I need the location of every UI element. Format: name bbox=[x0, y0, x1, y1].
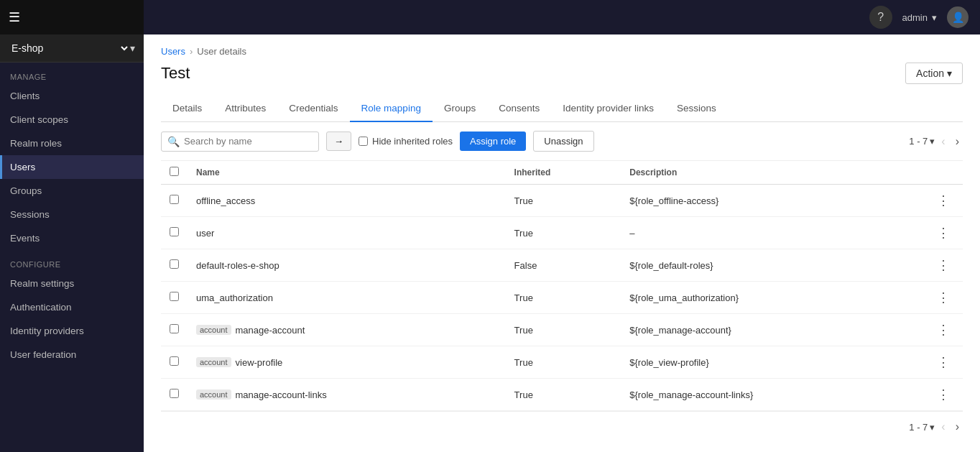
table-row: default-roles-e-shop False ${role_defaul… bbox=[161, 249, 963, 282]
sidebar-item-label: Groups bbox=[10, 185, 42, 196]
breadcrumb-current: User details bbox=[197, 46, 246, 57]
sidebar-item-label: Client scopes bbox=[10, 114, 68, 125]
row-checkbox[interactable] bbox=[170, 227, 179, 236]
page-header: Test Action ▾ bbox=[161, 63, 963, 84]
search-input[interactable] bbox=[184, 136, 313, 147]
sidebar-item-sessions[interactable]: Sessions bbox=[0, 203, 144, 226]
tab-attributes[interactable]: Attributes bbox=[213, 96, 277, 122]
bottom-page-range-label: 1 - 7 bbox=[909, 422, 928, 433]
row-checkbox-cell bbox=[161, 379, 188, 411]
sidebar-item-label: Authentication bbox=[10, 302, 72, 313]
table-row: uma_authorization True ${role_uma_author… bbox=[161, 282, 963, 314]
row-checkbox[interactable] bbox=[170, 292, 179, 301]
main-content: ? admin ▾ 👤 Users › User details Test Ac… bbox=[144, 0, 980, 452]
sidebar-item-clients[interactable]: Clients bbox=[0, 84, 144, 108]
bottom-page-range-selector[interactable]: 1 - 7 ▾ bbox=[909, 422, 935, 433]
row-name-cell: user bbox=[188, 217, 506, 249]
row-checkbox[interactable] bbox=[170, 389, 179, 398]
row-kebab-menu-button[interactable]: ⋮ bbox=[933, 191, 954, 210]
row-kebab-menu-button[interactable]: ⋮ bbox=[933, 256, 954, 275]
search-submit-button[interactable]: → bbox=[326, 132, 351, 151]
sidebar-item-users[interactable]: Users bbox=[0, 155, 144, 179]
row-kebab-menu-button[interactable]: ⋮ bbox=[933, 385, 954, 404]
sidebar-item-identity-providers[interactable]: Identity providers bbox=[0, 319, 144, 343]
tab-identity-provider-links[interactable]: Identity provider links bbox=[551, 96, 665, 122]
role-name: user bbox=[196, 228, 214, 239]
tab-consents[interactable]: Consents bbox=[487, 96, 551, 122]
sidebar-item-events[interactable]: Events bbox=[0, 226, 144, 250]
avatar[interactable]: 👤 bbox=[947, 6, 969, 28]
row-inherited-cell: True bbox=[506, 185, 621, 217]
help-icon[interactable]: ? bbox=[869, 6, 892, 29]
action-caret-icon: ▾ bbox=[947, 68, 952, 79]
hide-inherited-checkbox[interactable] bbox=[359, 137, 368, 146]
row-checkbox[interactable] bbox=[170, 259, 179, 269]
row-kebab-menu-button[interactable]: ⋮ bbox=[933, 223, 954, 242]
sidebar-item-label: Realm settings bbox=[10, 278, 74, 289]
tab-role-mapping[interactable]: Role mapping bbox=[350, 96, 433, 122]
action-button[interactable]: Action ▾ bbox=[905, 63, 963, 84]
row-action-cell: ⋮ bbox=[924, 282, 963, 314]
page-prev-button[interactable]: ‹ bbox=[938, 134, 948, 149]
row-inherited-cell: True bbox=[506, 379, 621, 411]
row-checkbox-cell bbox=[161, 282, 188, 314]
row-checkbox[interactable] bbox=[170, 324, 179, 333]
row-action-cell: ⋮ bbox=[924, 217, 963, 249]
sidebar-item-realm-settings[interactable]: Realm settings bbox=[0, 272, 144, 295]
select-all-checkbox[interactable] bbox=[170, 167, 179, 176]
unassign-button[interactable]: Unassign bbox=[533, 131, 593, 152]
row-inherited-cell: True bbox=[506, 217, 621, 249]
top-pagination: 1 - 7 ▾ ‹ › bbox=[909, 134, 963, 149]
bottom-page-prev-button[interactable]: ‹ bbox=[938, 419, 948, 435]
row-description-cell: ${role_manage-account} bbox=[621, 314, 924, 346]
page-next-button[interactable]: › bbox=[952, 134, 963, 149]
search-field-wrap: 🔍 bbox=[161, 132, 319, 152]
hide-inherited-wrap: Hide inherited roles bbox=[359, 136, 453, 147]
sidebar-item-label: User federation bbox=[10, 349, 76, 360]
tabs-bar: Details Attributes Credentials Role mapp… bbox=[161, 96, 963, 122]
breadcrumb-users-link[interactable]: Users bbox=[161, 46, 185, 57]
page-range-caret-icon: ▾ bbox=[930, 136, 935, 147]
hamburger-icon[interactable]: ☰ bbox=[9, 9, 20, 25]
realm-selector[interactable]: E-shop master ▾ bbox=[0, 34, 144, 63]
role-name: manage-account-links bbox=[236, 389, 327, 400]
col-checkbox-all bbox=[161, 161, 188, 185]
row-checkbox[interactable] bbox=[170, 195, 179, 204]
page-range-selector[interactable]: 1 - 7 ▾ bbox=[909, 136, 935, 147]
hide-inherited-label: Hide inherited roles bbox=[372, 136, 453, 147]
row-checkbox-cell bbox=[161, 346, 188, 379]
row-kebab-menu-button[interactable]: ⋮ bbox=[933, 353, 954, 372]
row-kebab-menu-button[interactable]: ⋮ bbox=[933, 288, 954, 307]
table-row: offline_access True ${role_offline-acces… bbox=[161, 185, 963, 217]
table-toolbar: 🔍 → Hide inherited roles Assign role Una… bbox=[161, 122, 963, 161]
bottom-page-next-button[interactable]: › bbox=[952, 419, 963, 435]
tab-credentials[interactable]: Credentials bbox=[277, 96, 349, 122]
table-row: account view-profile True ${role_view-pr… bbox=[161, 346, 963, 379]
user-menu[interactable]: admin ▾ bbox=[902, 12, 937, 23]
main-inner: Users › User details Test Action ▾ Detai… bbox=[144, 34, 980, 452]
tab-groups[interactable]: Groups bbox=[433, 96, 487, 122]
sidebar-item-realm-roles[interactable]: Realm roles bbox=[0, 132, 144, 155]
sidebar-item-user-federation[interactable]: User federation bbox=[0, 343, 144, 366]
bottom-page-range-caret-icon: ▾ bbox=[930, 422, 935, 433]
tab-details[interactable]: Details bbox=[161, 96, 213, 122]
row-kebab-menu-button[interactable]: ⋮ bbox=[933, 320, 954, 339]
sidebar: ☰ E-shop master ▾ Manage Clients Client … bbox=[0, 0, 144, 452]
action-button-label: Action bbox=[916, 68, 944, 79]
row-checkbox[interactable] bbox=[170, 356, 179, 366]
assign-role-button[interactable]: Assign role bbox=[460, 132, 526, 151]
sidebar-item-authentication[interactable]: Authentication bbox=[0, 295, 144, 319]
row-action-cell: ⋮ bbox=[924, 379, 963, 411]
col-actions-header bbox=[924, 161, 963, 185]
table-row: user True – ⋮ bbox=[161, 217, 963, 249]
sidebar-item-label: Sessions bbox=[10, 209, 50, 220]
realm-caret-icon: ▾ bbox=[130, 42, 135, 54]
realm-dropdown[interactable]: E-shop master bbox=[9, 42, 130, 55]
sidebar-item-groups[interactable]: Groups bbox=[0, 179, 144, 203]
table-row: account manage-account True ${role_manag… bbox=[161, 314, 963, 346]
sidebar-item-client-scopes[interactable]: Client scopes bbox=[0, 108, 144, 132]
sidebar-header: ☰ bbox=[0, 0, 144, 34]
tab-sessions[interactable]: Sessions bbox=[665, 96, 728, 122]
sidebar-item-label: Users bbox=[10, 162, 35, 172]
page-range-label: 1 - 7 bbox=[909, 136, 928, 147]
